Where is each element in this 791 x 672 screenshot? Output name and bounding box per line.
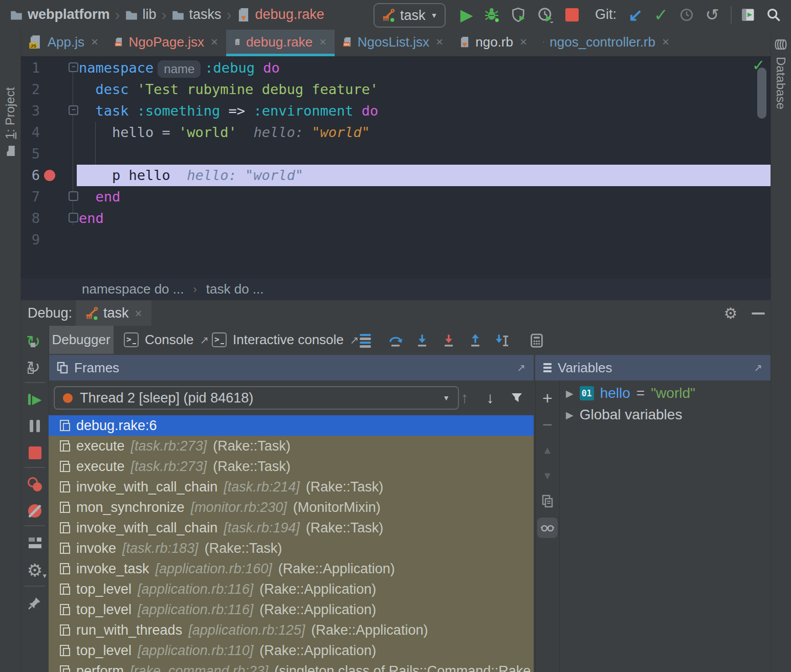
debug-button[interactable] xyxy=(482,4,502,26)
breadcrumb-lib[interactable]: lib xyxy=(138,7,157,23)
close-icon[interactable]: × xyxy=(661,35,669,49)
tab-debug-rake-active[interactable]: debug.rake × xyxy=(226,30,335,54)
stack-frame-row[interactable]: invoke[task.rb:183](Rake::Task) xyxy=(49,538,534,558)
stack-frame-row[interactable]: invoke_task[application.rb:160](Rake::Ap… xyxy=(49,558,534,579)
close-icon[interactable]: × xyxy=(90,35,98,49)
run-button[interactable]: ▶ xyxy=(456,4,477,26)
close-icon[interactable]: × xyxy=(519,35,527,49)
thread-selector[interactable]: Thread 2 [sleep] (pid 84618) ▼ xyxy=(54,386,459,410)
code-line-8[interactable]: end xyxy=(79,208,104,229)
close-icon[interactable]: × xyxy=(318,35,326,49)
tab-ngo-rb[interactable]: ngo.rb × xyxy=(451,30,535,54)
stop-button[interactable] xyxy=(562,4,582,26)
breadcrumb-project[interactable]: webplatform xyxy=(23,7,110,23)
code-line-2[interactable]: desc 'Test rubymine debug feature' xyxy=(79,79,378,100)
stack-frame-row[interactable]: execute[task.rb:273](Rake::Task) xyxy=(49,436,534,456)
code-editor[interactable]: 1 2 3 4 5 6 7 8 9 − − namespacename:debu… xyxy=(20,56,771,279)
close-icon[interactable]: × xyxy=(435,35,443,49)
breadcrumb-tasks[interactable]: tasks xyxy=(184,7,222,23)
mute-breakpoints-button[interactable] xyxy=(25,501,45,521)
database-stripe-button[interactable]: Database xyxy=(772,38,790,130)
stack-frame-row[interactable]: top_level[application.rb:116](Rake::Appl… xyxy=(49,579,534,599)
resume-button[interactable]: ▶ xyxy=(25,389,45,410)
breadcrumb-file[interactable]: debug.rake xyxy=(250,7,324,23)
fold-marker[interactable]: − xyxy=(69,62,78,72)
crumb-task[interactable]: task do ... xyxy=(206,281,264,297)
move-watch-down-button[interactable]: ▼ xyxy=(536,465,559,486)
run-with-coverage-button[interactable] xyxy=(509,4,529,26)
stack-frame-row[interactable]: execute[task.rb:273](Rake::Task) xyxy=(49,456,534,477)
run-to-cursor-button[interactable] xyxy=(492,331,512,350)
git-rollback-button[interactable]: ↺ xyxy=(702,4,722,26)
code-line-6[interactable]: p hello hello: "world" xyxy=(79,165,303,186)
close-icon[interactable]: × xyxy=(210,35,218,49)
pin-tab-button[interactable] xyxy=(25,593,45,613)
stack-frame-row[interactable]: invoke_with_call_chain[task.rb:194](Rake… xyxy=(49,518,534,538)
tab-ngoslist-jsx[interactable]: JSX NgosList.jsx × xyxy=(335,30,451,54)
tab-interactive-console[interactable]: Interactive console ↗ xyxy=(202,326,369,354)
settings-button[interactable]: ⚙ xyxy=(720,304,741,323)
tab-ngopage-jsx[interactable]: JSX NgoPage.jsx × xyxy=(106,30,226,54)
variable-row-hello[interactable]: ▶ 01 hello = "world" xyxy=(559,383,695,404)
close-icon[interactable]: × xyxy=(134,306,142,321)
show-execution-point-button[interactable] xyxy=(356,331,375,350)
expand-triangle-icon[interactable]: ▶ xyxy=(566,409,574,421)
step-over-button[interactable] xyxy=(386,331,405,350)
stack-frame-row[interactable]: mon_synchronize[monitor.rb:230](MonitorM… xyxy=(49,497,534,518)
code-line-7[interactable]: end xyxy=(79,186,120,208)
git-update-button[interactable]: ↙ xyxy=(625,4,646,26)
view-breakpoints-button[interactable] xyxy=(25,474,45,495)
open-in-new-window-icon[interactable]: ↗ xyxy=(517,362,525,374)
frame-down-button[interactable]: ↓ xyxy=(480,387,500,409)
force-step-into-button[interactable] xyxy=(439,331,458,350)
chevron-down-icon: ▼ xyxy=(431,11,438,19)
fold-marker[interactable] xyxy=(69,213,78,222)
code-line-4[interactable]: hello = 'world' hello: "world" xyxy=(79,122,370,143)
tab-debugger[interactable]: Debugger xyxy=(49,326,114,354)
stack-frame-row[interactable]: invoke_with_call_chain[task.rb:214](Rake… xyxy=(49,477,534,497)
git-history-button[interactable] xyxy=(676,4,697,26)
editor-scrollbar[interactable] xyxy=(757,68,766,119)
line-number: 1 xyxy=(20,57,40,79)
code-line-1[interactable]: namespacename:debug do xyxy=(79,57,280,79)
stack-frame-row[interactable]: top_level[application.rb:110](Rake::Appl… xyxy=(49,640,534,661)
remove-watch-button[interactable]: − xyxy=(536,414,559,435)
profiler-button[interactable] xyxy=(535,4,556,26)
search-everywhere-button[interactable] xyxy=(763,4,784,26)
show-watches-toggle[interactable] xyxy=(537,518,558,538)
code-line-3[interactable]: task :something => :environment do xyxy=(79,100,378,122)
expand-triangle-icon[interactable]: ▶ xyxy=(566,388,574,399)
fold-marker[interactable]: − xyxy=(69,105,78,115)
restore-layout-button[interactable] xyxy=(25,532,45,553)
stack-frame-row[interactable]: perform[rake_command.rb:23](singleton cl… xyxy=(49,661,534,672)
tab-app-js[interactable]: JS App.js × xyxy=(20,30,106,54)
debugger-settings-button[interactable]: ⚙ ▼ xyxy=(25,560,45,580)
run-configuration-selector[interactable]: task ▼ xyxy=(373,3,446,28)
move-watch-up-button[interactable]: ▲ xyxy=(536,440,559,460)
hide-window-button[interactable] xyxy=(748,304,768,323)
git-commit-button[interactable]: ✓ xyxy=(651,4,671,26)
rerun-button[interactable]: ↻ xyxy=(25,332,45,352)
run-anything-button[interactable] xyxy=(738,4,758,26)
stack-frame-row[interactable]: run_with_threads[application.rb:125](Rak… xyxy=(49,620,534,640)
rebuild-and-restart-button[interactable]: ↻ xyxy=(25,357,45,378)
crumb-namespace[interactable]: namespace do ... xyxy=(82,281,184,297)
stack-frame-row[interactable]: top_level[application.rb:116](Rake::Appl… xyxy=(49,599,534,620)
stop-debug-button[interactable] xyxy=(25,442,45,463)
frame-up-button[interactable]: ↑ xyxy=(454,387,475,409)
stack-frame-row-selected[interactable]: debug.rake:6 xyxy=(49,415,534,436)
duplicate-watch-button[interactable] xyxy=(536,491,559,511)
step-into-button[interactable] xyxy=(412,331,432,350)
add-watch-button[interactable]: + xyxy=(536,388,559,408)
tab-ngos-controller-rb[interactable]: ngos_controller.rb × xyxy=(535,30,677,54)
evaluate-expression-button[interactable] xyxy=(527,331,546,350)
filter-frames-button[interactable] xyxy=(507,387,527,409)
variable-row-globals[interactable]: ▶ Global variables xyxy=(559,404,682,425)
fold-marker[interactable] xyxy=(69,191,78,201)
debug-session-tab[interactable]: task × xyxy=(76,300,151,326)
open-in-new-window-icon[interactable]: ↗ xyxy=(754,362,762,374)
breakpoint-icon[interactable] xyxy=(44,170,55,181)
project-stripe-button[interactable]: 1: Project xyxy=(1,64,19,156)
pause-button[interactable] xyxy=(25,416,45,436)
step-out-button[interactable] xyxy=(466,331,485,350)
